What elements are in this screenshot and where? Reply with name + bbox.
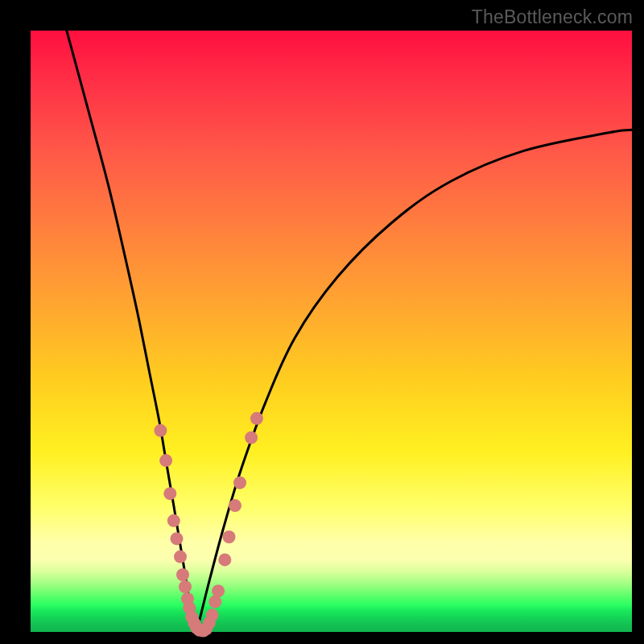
watermark-text: TheBottleneck.com xyxy=(472,6,633,28)
chart-frame: TheBottleneck.com xyxy=(0,0,644,644)
plot-background-gradient xyxy=(31,31,632,632)
